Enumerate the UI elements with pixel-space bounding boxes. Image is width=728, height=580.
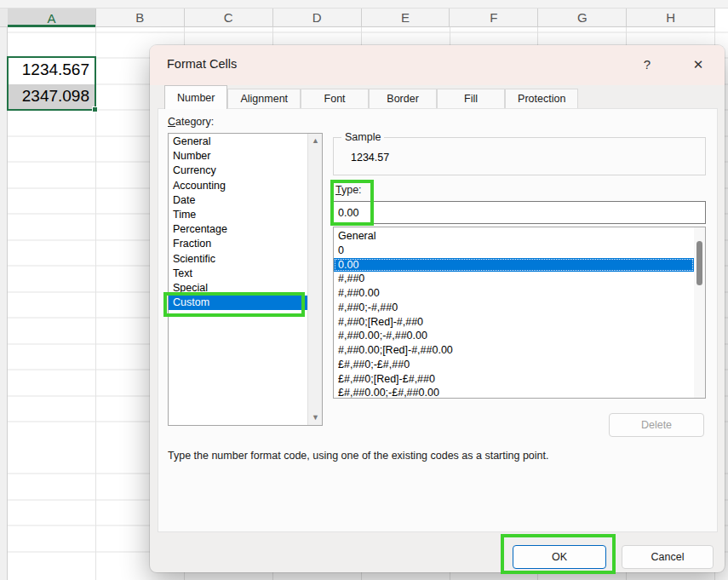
category-item-currency[interactable]: Currency [169, 164, 307, 178]
dialog-tabs: Number Alignment Font Border Fill Protec… [164, 85, 578, 109]
category-item-general[interactable]: General [169, 135, 307, 149]
category-scrollbar[interactable]: ▲ ▼ [307, 134, 322, 425]
scroll-down-icon[interactable]: ▼ [308, 411, 323, 425]
category-item-time[interactable]: Time [169, 208, 307, 222]
screen: A B C D E F G H 1234.567 2347.098 Format… [0, 0, 728, 580]
dialog-titlebar[interactable]: Format Cells ? ✕ [150, 45, 725, 85]
sample-groupbox: Sample 1234.57 [333, 137, 706, 175]
type-scrollbar[interactable] [694, 227, 705, 398]
type-option[interactable]: #,##0;-#,##0 [334, 301, 694, 315]
category-item-scientific[interactable]: Scientific [169, 252, 307, 267]
category-item-text[interactable]: Text [169, 267, 307, 281]
column-header-g[interactable]: G [538, 9, 627, 27]
scroll-up-icon[interactable]: ▲ [308, 134, 323, 148]
type-option[interactable]: £#,##0;[Red]-£#,##0 [334, 372, 694, 387]
tab-font[interactable]: Font [301, 89, 369, 109]
type-option[interactable]: #,##0 [334, 272, 694, 286]
fill-handle[interactable] [92, 106, 98, 112]
cancel-button[interactable]: Cancel [622, 545, 714, 569]
tab-border[interactable]: Border [369, 89, 437, 109]
tab-fill[interactable]: Fill [437, 89, 505, 109]
type-option[interactable]: £#,##0;-£#,##0 [334, 358, 694, 372]
type-option-selected[interactable]: 0.00 [334, 258, 694, 273]
type-option[interactable]: #,##0;[Red]-#,##0 [334, 315, 694, 330]
header-top-strip [0, 0, 728, 9]
type-option[interactable]: £#,##0.00;-£#,##0.00 [334, 386, 694, 400]
instruction-text: Type the number format code, using one o… [168, 450, 549, 462]
column-header-f[interactable]: F [450, 9, 538, 27]
dialog-title: Format Cells [167, 57, 237, 71]
type-option[interactable]: #,##0.00;-#,##0.00 [334, 329, 694, 343]
number-tab-panel: Category: General Number Currency Accoun… [158, 108, 718, 532]
column-header-e[interactable]: E [362, 9, 450, 27]
column-header-b[interactable]: B [96, 9, 185, 27]
cell-selection-border [7, 56, 96, 111]
category-item-accounting[interactable]: Accounting [169, 179, 307, 193]
format-cells-dialog: Format Cells ? ✕ Number Alignment Font B… [150, 45, 725, 572]
type-option[interactable]: #,##0.00 [334, 286, 694, 301]
sample-label: Sample [341, 131, 384, 143]
type-option[interactable]: #,##0.00;[Red]-#,##0.00 [334, 343, 694, 358]
type-option[interactable]: General [334, 229, 694, 244]
column-header-h[interactable]: H [627, 9, 715, 27]
help-icon[interactable]: ? [637, 55, 657, 75]
category-item-percentage[interactable]: Percentage [169, 222, 307, 237]
delete-button[interactable]: Delete [609, 413, 704, 437]
category-label: Category: [168, 116, 214, 128]
column-header-c[interactable]: C [185, 9, 273, 27]
tab-number[interactable]: Number [164, 85, 227, 109]
column-headers: A B C D E F G H [8, 9, 715, 27]
category-item-number[interactable]: Number [169, 149, 307, 164]
type-input[interactable] [333, 201, 706, 224]
type-options: General 0 0.00 #,##0 #,##0.00 #,##0;-#,#… [334, 229, 694, 400]
category-items: General Number Currency Accounting Date … [169, 135, 307, 310]
selected-column-underline [8, 25, 95, 27]
category-item-fraction[interactable]: Fraction [169, 237, 307, 251]
type-scrollbar-thumb[interactable] [696, 241, 702, 285]
category-item-custom[interactable]: Custom [169, 296, 307, 310]
tab-alignment[interactable]: Alignment [227, 89, 301, 109]
type-label: Type: [335, 184, 362, 196]
sample-value: 1234.57 [351, 152, 389, 164]
type-listbox[interactable]: General 0 0.00 #,##0 #,##0.00 #,##0;-#,#… [333, 227, 706, 399]
type-option[interactable]: 0 [334, 244, 694, 258]
ok-button[interactable]: OK [513, 545, 606, 569]
select-all-corner[interactable] [0, 9, 8, 27]
category-item-date[interactable]: Date [169, 193, 307, 208]
close-icon[interactable]: ✕ [686, 54, 710, 76]
category-listbox[interactable]: General Number Currency Accounting Date … [168, 133, 323, 426]
category-item-special[interactable]: Special [169, 281, 307, 296]
tab-protection[interactable]: Protection [505, 89, 578, 109]
column-header-d[interactable]: D [273, 9, 362, 27]
